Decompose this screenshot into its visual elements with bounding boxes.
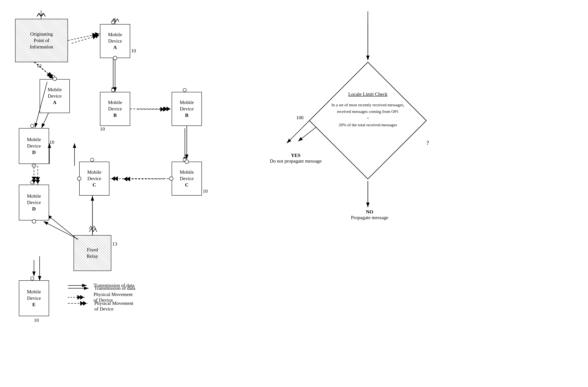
mobile-a-top-label: Mobile <box>108 31 122 38</box>
fixed-relay-number: 13 <box>112 241 117 247</box>
mobile-d-top-box: Mobile Device D <box>19 128 49 164</box>
originating-sublabel: Point of <box>34 37 49 44</box>
question-mark: ? <box>426 139 429 146</box>
mobile-b-left-number: 10 <box>100 126 105 132</box>
no-label: NO Propagate message <box>351 209 388 220</box>
mobile-a-top-box: Mobile Device A <box>100 24 130 58</box>
mobile-a-left-box: Mobile Device A <box>40 79 70 113</box>
fixed-relay-box: Fixed Relay <box>74 235 111 271</box>
svg-line-47 <box>43 221 78 239</box>
legend-physical-label: Physical Movement of Device <box>94 301 133 312</box>
mobile-e-box: Mobile Device E <box>19 280 49 316</box>
circle-mobileA-left <box>51 75 55 79</box>
circle-mobileD-bottom <box>30 180 34 184</box>
flowchart-diamond: Locale Limit Check In a set of most rece… <box>308 60 428 181</box>
circle-mobileC-right <box>183 158 187 162</box>
mobile-c-right-number: 10 <box>203 188 208 194</box>
mobile-e-number: 10 <box>34 317 39 323</box>
circle-mobileD-top <box>30 124 34 128</box>
main-diagram: Originating Point of Information 12 Mobi… <box>0 0 588 387</box>
flowchart-description: In a set of most recently received messa… <box>323 101 413 128</box>
flowchart-number: 100 <box>296 115 304 121</box>
svg-line-25 <box>287 121 309 143</box>
circle-mobileB-right <box>183 88 187 92</box>
originating-label: Originating <box>30 31 53 37</box>
originating-number: 12 <box>37 63 42 69</box>
originating-sublabel2: Information <box>30 44 53 50</box>
svg-line-15 <box>47 215 77 239</box>
mobile-d-bottom-box: Mobile Device D <box>19 185 49 220</box>
legend-physical: Physical Movement <box>94 292 133 297</box>
mobile-b-left-box: Mobile Device B <box>100 92 130 126</box>
legend-transmission-label: Transmission of data <box>94 286 135 291</box>
mobile-c-left-box: Mobile Device C <box>79 162 109 195</box>
mobile-d-top-number: 10 <box>49 139 54 145</box>
svg-point-42 <box>32 164 36 167</box>
locale-limit-title: Locale Limit Check <box>323 90 413 98</box>
circle-mobileB-left <box>111 88 115 92</box>
circle-mobileC-left <box>90 158 94 162</box>
diamond-text: Locale Limit Check In a set of most rece… <box>323 90 413 128</box>
yes-label: YES Do not propagate message <box>270 153 322 164</box>
circle-mobileA-top <box>111 20 115 24</box>
mobile-a-top-number: 10 <box>131 48 136 54</box>
mobile-b-right-box: Mobile Device B <box>172 92 202 126</box>
circle-mobileE <box>30 277 34 280</box>
originating-box: Originating Point of Information <box>15 19 68 62</box>
svg-line-30 <box>68 34 100 40</box>
svg-line-5 <box>72 35 100 43</box>
mobile-c-right-box: Mobile Device C <box>172 162 202 195</box>
